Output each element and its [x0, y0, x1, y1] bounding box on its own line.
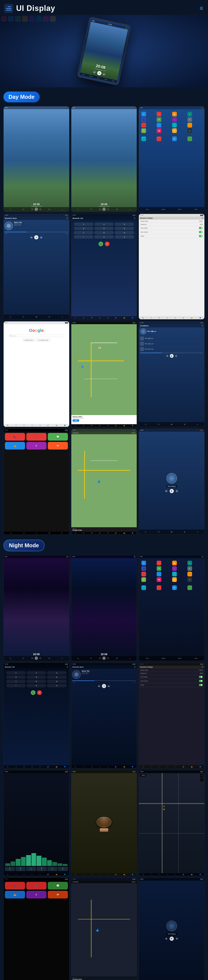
- page-title: UI Display: [16, 4, 55, 13]
- setting-auto-connect-label: Auto connect: [140, 231, 148, 233]
- day-bluetooth-call: 17:44⬛⬛ Bluetooth_Call ✕ 123 456 789 *0#…: [71, 214, 137, 320]
- day-social-music: 17:44⬛⬛ SocialMusic ✕ 华乐_初夏.mp3: [139, 321, 205, 427]
- day-map-route: 18:33⬛⬛: [71, 321, 137, 427]
- music-artist: Music Artist: [14, 224, 68, 226]
- night-bluetooth-music: 17:44⬛⬛ Bluetooth_Music ✕ Music Title Mu…: [71, 663, 137, 768]
- night-screen-scenic-2: 9:41⬛ 20:08 ⏮ ⏸ ⏭ 📞 ✉ 🗺 ⊞ ≡: [71, 555, 137, 661]
- setting-device-name-val: CarBT: [199, 221, 203, 222]
- night-eq-screen: 18:33⬛⬛: [3, 770, 69, 876]
- day-screen-scenic-2: 9:41⬛ 20:08 A soothing piece of music ⏮ …: [71, 106, 137, 212]
- day-now-playing: 18:33⬛⬛ Not Playing ⏮ ▶ ⏭ 📞 ✉: [139, 429, 205, 535]
- night-bluetooth-settings: 17:44⬛⬛ Bluetooth_Settings ✕ Device name…: [139, 663, 205, 768]
- app-header: UI Display ≡: [0, 0, 208, 15]
- day-row-3: 9:41⬛⬛ Google 🔍 Search Google Search I'm…: [3, 321, 205, 427]
- day-bluetooth-music: 17:44⬛⬛ Bluetooth_Music ✕ Music Title Mu…: [3, 214, 69, 320]
- bluetooth-music-title: Bluetooth_Music: [5, 218, 17, 219]
- night-bt-call-title: Bluetooth_Call: [5, 666, 15, 668]
- night-row-1: 9:41⬛ 20:08 ⏮ ⏸ ⏭ 📞 ✉ 🗺 ⊞ ≡: [3, 555, 205, 661]
- night-road-map: 18:33⬛⬛ ↑ 2: [139, 770, 205, 876]
- setting-power-label: Power: [140, 235, 144, 237]
- night-bt-settings-title: Bluetooth_Settings: [140, 666, 153, 668]
- night-food-photo: 18:33⬛⬛ 📞✉🗺⊞⚙🔊📻🔵: [71, 770, 137, 876]
- music-track-title: Music Title: [14, 221, 68, 223]
- night-row-4: 18:44⬛⬛ 📞 🎵 💬 📻 🎙 🗺 📞🎵📱🗺⚙: [3, 878, 205, 980]
- night-bluetooth-call: 17:44⬛⬛ Bluetooth_Call ✕ 1 2 3 4 5 6 7: [3, 663, 69, 768]
- night-now-playing: 18:33⬛⬛ Not Playing ⏮ ▶ ⏭ 📞✉🗺⊞⚙🔊📻🔵: [139, 878, 205, 980]
- day-screen-apps: 9:41⬛ ✈ ♪ ▶ ⚙ 📱 🗺 ♪ BT 📞 🌐 🔊 📻: [139, 106, 205, 212]
- day-row-4: 18:44⬛⬛ 📞 🎵 💬 📻 🎙 🗺 📞🎵📱🗺⚙: [3, 429, 205, 535]
- night-carplay: 18:44⬛⬛ 📞 🎵 💬 📻 🎙 🗺 📞🎵📱🗺⚙: [3, 878, 69, 980]
- bluetooth-call-title: Bluetooth_Call: [72, 218, 83, 219]
- setting-device-pin-val: 0000: [200, 224, 203, 225]
- day-mode-section: Day Mode 9:41⬛ 20:08 A soothing piece of…: [0, 87, 208, 980]
- day-bluetooth-settings: 17:44⬛⬛ Bluetooth_Settings ✕ Device name…: [139, 214, 205, 320]
- day-mode-badge: Day Mode: [3, 92, 40, 102]
- hero-section: ●●● 20:08 ⬛ 20:08 A soothing piece of mu…: [0, 15, 208, 87]
- night-row-2: 17:44⬛⬛ Bluetooth_Call ✕ 1 2 3 4 5 6 7: [3, 663, 205, 768]
- bt-settings-title: Bluetooth_Settings: [140, 217, 153, 219]
- night-nav-street: Donglue Road: [72, 978, 136, 980]
- night-screen-scenic-1: 9:41⬛ 20:08 ⏮ ⏸ ⏭ 📞 ✉ 🗺 ⊞ ≡: [3, 555, 69, 661]
- night-bt-music-title: Bluetooth_Music: [72, 666, 84, 668]
- night-mode-badge: Night Mode: [3, 539, 44, 551]
- day-navigation: 18:33⬛⬛ 10:18 ETA9.0 km: [71, 429, 137, 535]
- setting-device-name-label: Device name: [140, 221, 148, 222]
- day-row-2: 17:44⬛⬛ Bluetooth_Music ✕ Music Title Mu…: [3, 214, 205, 320]
- day-carplay: 18:44⬛⬛ 📞 🎵 💬 📻 🎙 🗺 📞🎵📱🗺⚙: [3, 429, 69, 535]
- setting-auto-answer-label: Auto answer: [140, 228, 148, 229]
- night-screen-apps: 9:41⬛ ✈ ♪ ▶ ⚙ 📱 🗺 ♪ BT 📞 🌐 🔊: [139, 555, 205, 661]
- night-navigation: 18:33⬛⬛ 10:18 ETA9.0 km: [71, 878, 137, 980]
- night-row-3: 18:33⬛⬛: [3, 770, 205, 876]
- day-google-screen: 9:41⬛⬛ Google 🔍 Search Google Search I'm…: [3, 321, 69, 427]
- day-row-1: 9:41⬛ 20:08 A soothing piece of music ⏮ …: [3, 106, 205, 212]
- night-music-artist: Music Artist: [82, 673, 136, 675]
- setting-device-pin-label: Device pin: [140, 224, 147, 225]
- menu-icon[interactable]: [4, 4, 13, 13]
- night-music-track-title: Music Title: [82, 670, 136, 672]
- header-menu-dots[interactable]: ≡: [200, 5, 204, 12]
- day-screen-scenic-1: 9:41⬛ 20:08 A soothing piece of music ⏮ …: [3, 106, 69, 212]
